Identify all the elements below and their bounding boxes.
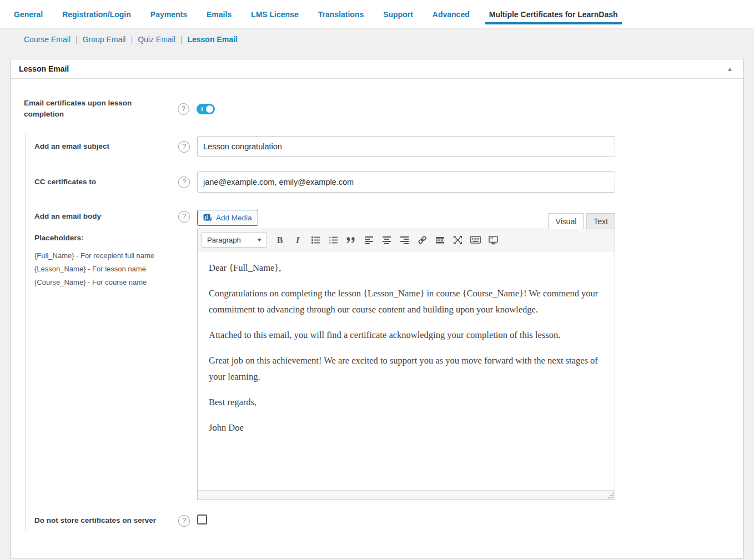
settings-tab[interactable]: General <box>14 10 43 19</box>
collapse-panel-button[interactable]: ▲ <box>725 65 735 73</box>
cc-label: CC certificates to <box>34 176 172 188</box>
placeholder-item: {Lesson_Name} - For lesson name <box>34 263 172 276</box>
toolbar-toggle-icon <box>489 236 498 245</box>
email-certificates-toggle-row: Email certificates upon lesson completio… <box>24 98 730 120</box>
settings-tab[interactable]: LMS License <box>251 10 299 19</box>
store-certificates-checkbox[interactable] <box>197 514 207 524</box>
editor-mode-tabs: Visual Text <box>548 213 615 229</box>
body-label: Add an email body <box>34 211 172 222</box>
fullscreen-button[interactable] <box>450 233 465 247</box>
insert-more-tag-icon <box>435 236 445 244</box>
subnav-link[interactable]: Course Email <box>24 35 71 44</box>
editor-statusbar <box>198 490 615 500</box>
email-body-content[interactable]: Dear {Full_Name},Congratulations on comp… <box>198 251 615 490</box>
visual-tab[interactable]: Visual <box>548 213 584 229</box>
numbered-list-button[interactable] <box>326 233 340 247</box>
settings-tab[interactable]: Translations <box>318 10 364 19</box>
email-subject-row: Add an email subject ? <box>34 136 730 157</box>
toolbar-toggle-button[interactable] <box>486 233 500 247</box>
subnav-item: |Quiz Email <box>125 35 175 44</box>
blockquote-icon <box>346 236 356 244</box>
italic-icon: I <box>296 235 299 245</box>
settings-tab[interactable]: Payments <box>150 10 187 19</box>
align-right-button[interactable] <box>397 233 411 247</box>
help-icon[interactable]: ? <box>178 211 190 223</box>
email-body-paragraph: Attached to this email, you will find a … <box>209 327 604 343</box>
email-body-left-column: Add an email body Placeholders: {Full_Na… <box>34 207 172 289</box>
blockquote-button[interactable] <box>344 233 358 247</box>
chevron-down-icon <box>257 239 262 241</box>
subnav-separator: | <box>175 35 188 44</box>
placeholders-title: Placeholders: <box>34 234 172 242</box>
email-body-paragraph: Dear {Full_Name}, <box>209 260 604 276</box>
subnav-link[interactable]: Group Email <box>83 35 126 44</box>
settings-tab[interactable]: Support <box>383 10 413 19</box>
email-body-paragraph: Great job on this achievement! We are ex… <box>209 352 604 385</box>
keyboard-icon <box>470 236 481 244</box>
link-icon <box>418 235 427 245</box>
subnav-item: Course Email <box>14 35 71 44</box>
subnav-item: |Group Email <box>71 35 125 44</box>
store-label: Do not store certificates on server <box>34 515 172 526</box>
align-center-button[interactable] <box>379 233 394 247</box>
subnav-link[interactable]: Lesson Email <box>187 35 237 44</box>
fullscreen-icon <box>453 235 463 245</box>
bold-icon: B <box>277 235 283 245</box>
lesson-email-panel: Lesson Email ▲ Email certificates upon l… <box>10 59 744 558</box>
subnav-separator: | <box>125 35 138 44</box>
bulleted-list-button[interactable] <box>308 233 323 247</box>
email-body-editor: Add Media Visual Text Paragraph <box>197 207 615 500</box>
subnav-link[interactable]: Quiz Email <box>138 35 175 44</box>
align-center-icon <box>382 235 391 245</box>
email-body-paragraph: John Doe <box>209 420 604 436</box>
editor-resize-handle[interactable] <box>607 492 614 498</box>
insert-link-button[interactable] <box>415 233 429 247</box>
media-icon <box>203 214 213 222</box>
placeholders-block: Placeholders: {Full_Name} - For recepien… <box>34 234 172 289</box>
settings-tab[interactable]: Advanced <box>433 10 470 19</box>
help-icon[interactable]: ? <box>178 176 190 188</box>
subnav-separator: | <box>71 35 83 44</box>
help-icon[interactable]: ? <box>178 141 190 153</box>
email-body-paragraph: Congratulations on completing the lesson… <box>209 285 604 317</box>
cc-certificates-row: CC certificates to ? <box>34 171 730 193</box>
dependent-settings-group: Add an email subject ? CC certificates t… <box>25 134 730 530</box>
bulleted-list-icon <box>311 235 320 245</box>
settings-tab-bar: GeneralRegistration/LoginPaymentsEmailsL… <box>0 0 754 29</box>
toggle-on-mark <box>202 107 203 111</box>
keyboard-shortcuts-button[interactable] <box>468 233 482 247</box>
paragraph-format-select[interactable]: Paragraph <box>202 233 267 248</box>
editor-media-row: Add Media Visual Text <box>197 207 615 226</box>
email-subject-input[interactable] <box>197 136 615 157</box>
insert-more-tag-button[interactable] <box>433 233 447 247</box>
text-tab[interactable]: Text <box>586 213 615 229</box>
numbered-list-icon <box>329 235 338 245</box>
bold-button[interactable]: B <box>273 233 287 247</box>
add-media-label: Add Media <box>216 214 252 222</box>
placeholder-item: {Full_Name} - For recepient full name <box>34 249 172 263</box>
align-left-button[interactable] <box>361 233 376 247</box>
email-subnav: Course Email |Group Email |Quiz Email |L… <box>0 29 754 50</box>
toggle-knob <box>206 105 213 113</box>
settings-tab[interactable]: Multiple Certificates for LearnDash <box>489 10 618 19</box>
cc-certificates-input[interactable] <box>197 171 615 193</box>
subject-label: Add an email subject <box>34 141 172 152</box>
align-right-icon <box>400 235 409 245</box>
placeholders-list: {Full_Name} - For recepient full name{Le… <box>34 249 172 289</box>
settings-tab[interactable]: Registration/Login <box>62 10 131 19</box>
paragraph-select-value: Paragraph <box>207 236 241 244</box>
add-media-button[interactable]: Add Media <box>197 210 258 226</box>
align-left-icon <box>364 235 374 245</box>
settings-tab[interactable]: Emails <box>207 10 232 19</box>
help-icon[interactable]: ? <box>178 103 189 115</box>
placeholder-item: {Course_Name} - For course name <box>34 276 172 289</box>
panel-title: Lesson Email <box>19 64 69 73</box>
email-body-row: Add an email body Placeholders: {Full_Na… <box>34 207 730 500</box>
help-icon[interactable]: ? <box>178 515 190 527</box>
italic-button[interactable]: I <box>290 233 305 247</box>
email-certificates-toggle[interactable] <box>197 104 215 114</box>
subnav-item: |Lesson Email <box>175 35 238 44</box>
email-body-paragraph: Best regards, <box>209 394 604 410</box>
wp-editor: Paragraph B I <box>197 229 615 500</box>
store-certificates-row: Do not store certificates on server ? <box>34 514 730 527</box>
